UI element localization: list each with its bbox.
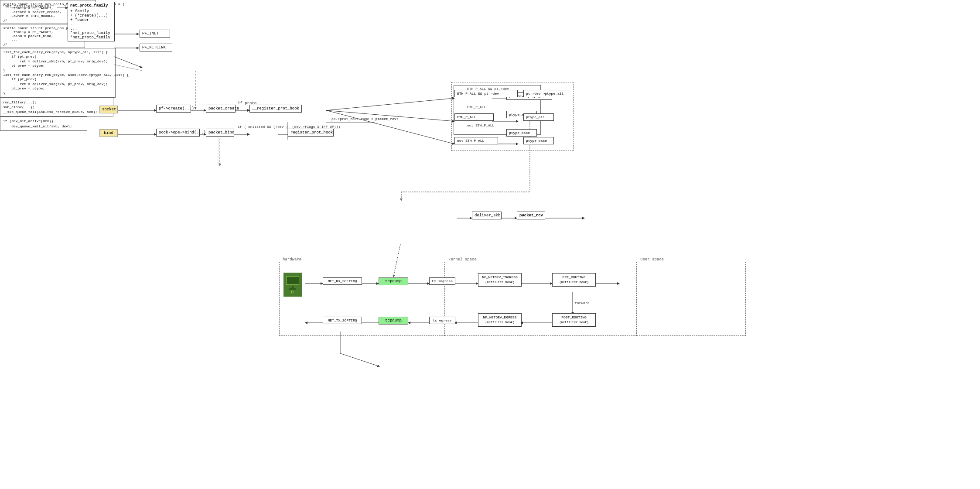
field-dots2: ... <box>70 27 112 31</box>
bind-box: bind <box>99 129 118 137</box>
pf-netlink-label: PF_NETLINK <box>142 45 166 50</box>
hardware-border <box>279 262 445 336</box>
list-rcu-code: list_for_each_entry_rcu(ptype, &ptype_al… <box>0 48 116 98</box>
user-space-label: user space <box>640 257 664 262</box>
nic-screen <box>286 276 299 285</box>
run-filter-code: run_filter(...); skb_clone(...); __skb_q… <box>0 98 113 117</box>
hardware-label: hardware <box>283 257 301 262</box>
net-rx-softirq-label: NET_RX_SOFTIRQ <box>328 279 357 283</box>
net-tx-softirq-label: NET_TX_SOFTIRQ <box>328 318 357 322</box>
conditions-border <box>451 82 574 151</box>
tc-egress-label: tc egress <box>433 318 451 322</box>
post-routing-label: POST_ROUTING(netfilter hook) <box>559 315 588 324</box>
packet-rcv-label: packet_rcv <box>519 213 543 218</box>
kernel-space-border <box>445 262 637 336</box>
socket-box: socket <box>99 106 118 113</box>
net-families-label: *net_families[NPROTO] <box>2 4 51 9</box>
net-tx-softirq-box: NET_TX_SOFTIRQ <box>323 317 362 324</box>
field-ptr1: *net_proto_family <box>70 31 112 35</box>
nf-netdev-ingress-box: NF_NETDEV_INGRESS(netfilter hook) <box>478 273 522 287</box>
pf-inet-label: PF_INET <box>142 31 159 36</box>
nf-netdev-egress-box: NF_NETDEV_EGRESS(netfilter hook) <box>478 313 522 327</box>
diagram: *net_families[NPROTO] net_proto_family +… <box>0 0 980 489</box>
field-family: + family <box>70 9 112 14</box>
bind-label: bind <box>104 131 113 135</box>
pf-inet-box: PF_INET <box>140 30 170 38</box>
arrows-svg <box>0 0 980 489</box>
kernel-space-label: kernel space <box>448 257 477 262</box>
tc-ingress-box: tc ingress <box>429 277 455 285</box>
nf-netdev-ingress-label: NF_NETDEV_INGRESS(netfilter hook) <box>482 275 518 284</box>
net-proto-family-title: net_proto_family <box>70 3 112 8</box>
field-owner: + *owner <box>70 18 112 22</box>
net-proto-family-box: net_proto_family + family + (*create)(..… <box>68 2 115 41</box>
tcpdump-rx-box: tcpdump <box>379 277 408 285</box>
svg-line-15 <box>326 98 454 110</box>
field-create: + (*create)(...) <box>70 14 112 18</box>
sock-ops-bind-label: sock->ops->bind(...) <box>159 130 206 135</box>
tc-ingress-label: tc ingress <box>432 279 453 283</box>
post-routing-box: POST_ROUTING(netfilter hook) <box>552 313 596 327</box>
field-ptr2: *net_proto_family <box>70 35 112 40</box>
tcpdump-tx-box: tcpdump <box>379 317 408 325</box>
register-prot-hook2-box: register_prot_hook <box>288 129 334 137</box>
user-space-border <box>637 262 746 336</box>
packet-create-label: packet_create <box>208 106 239 111</box>
register-prot-hook-label: __register_prot_hook <box>252 106 299 111</box>
socket-label: socket <box>102 107 116 112</box>
dev-queue-xmit-code: if (dev_nit_active(dev)) dev_queue_xmit_… <box>0 116 87 130</box>
pre-routing-box: PRE_ROUTING(netfilter hook) <box>552 273 596 287</box>
deliver-skb-box: deliver_skb <box>472 212 502 219</box>
svg-line-4 <box>114 65 142 71</box>
field-dots1: ... <box>70 22 112 27</box>
packet-create-box: packet_create <box>206 105 236 113</box>
if-unlisted-label: if (|unlisted && (!dev || (dev->flags & … <box>238 125 340 129</box>
tcpdump-rx-label: tcpdump <box>385 279 402 284</box>
register-prot-hook-box: __register_prot_hook <box>249 105 302 113</box>
po-hook-label: po->prot_hook.func = packet_rcv; <box>331 117 399 121</box>
packet-bind-box: packet_bind <box>206 129 234 137</box>
nf-netdev-egress-label: NF_NETDEV_EGRESS(netfilter hook) <box>483 315 517 324</box>
sock-ops-bind-box: sock->ops->bind(...) <box>156 129 200 137</box>
register-prot-hook2-label: register_prot_hook <box>290 130 333 135</box>
net-rx-softirq-box: NET_RX_SOFTIRQ <box>323 277 362 285</box>
nic-base <box>289 288 296 290</box>
svg-line-43 <box>340 353 379 366</box>
pf-netlink-box: PF_NETLINK <box>140 44 172 51</box>
tc-egress-box: tc egress <box>429 317 455 324</box>
nic-ports: ▌▌ <box>291 291 294 294</box>
pf-create-label: pf->create(...) <box>159 106 194 111</box>
packet-rcv-box: packet_rcv <box>517 212 545 219</box>
svg-line-3 <box>114 57 142 68</box>
deliver-skb-label: deliver_skb <box>475 213 500 218</box>
packet-bind-label: packet_bind <box>208 130 234 135</box>
pre-routing-label: PRE_ROUTING(netfilter hook) <box>559 275 588 284</box>
nic-icon: ▌▌ <box>283 273 302 297</box>
svg-line-17 <box>326 110 454 144</box>
tcpdump-tx-label: tcpdump <box>385 318 402 323</box>
forward-label: forward <box>575 301 590 305</box>
pf-create-box: pf->create(...) <box>156 105 191 113</box>
